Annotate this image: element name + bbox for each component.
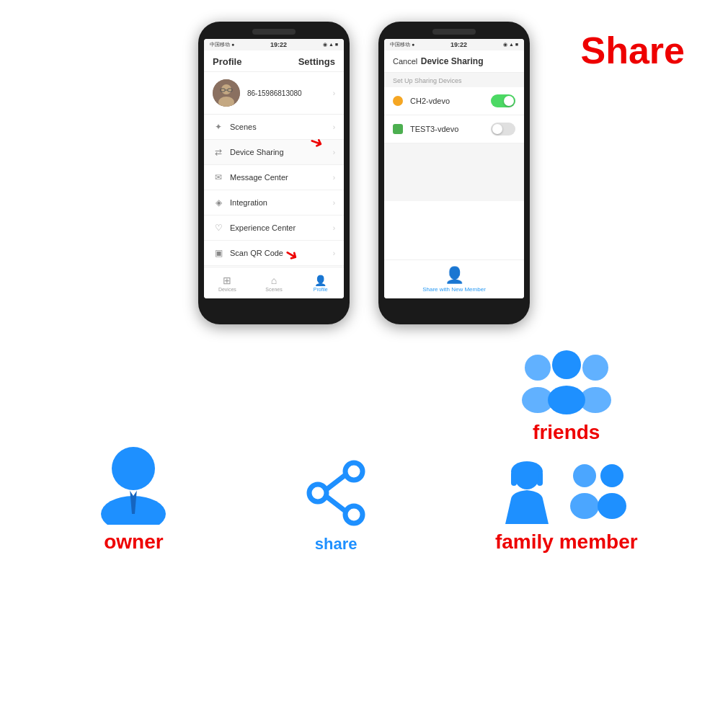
menu-device-sharing[interactable]: ⇄ Device Sharing ›	[204, 140, 344, 165]
grey-area	[384, 143, 524, 201]
integration-label: Integration	[230, 198, 333, 207]
share-title: Share	[580, 29, 685, 72]
phone-2-status-bar: 中国移动 ● 19:22 ◉ ▲ ■	[384, 39, 524, 50]
svg-point-25	[515, 465, 539, 489]
user-chevron: ›	[333, 89, 335, 97]
status-time-1: 19:22	[270, 41, 287, 48]
scenes-icon: ✦	[213, 121, 224, 133]
phone-1-status-bar: 中国移动 ● 19:22 ◉ ▲ ■	[204, 39, 344, 50]
sharing-header: Cancel Device Sharing	[384, 50, 524, 73]
device-row-ch2: CH2-vdevo	[384, 87, 524, 115]
share-new-icon: 👤	[445, 266, 464, 285]
qr-icon: ▣	[213, 247, 224, 259]
family-male-group-icon	[563, 456, 635, 528]
experience-label: Experience Center	[230, 223, 333, 232]
status-right-1: ◉ ▲ ■	[323, 42, 338, 48]
nav-scenes[interactable]: ⌂ Scenes	[251, 267, 298, 298]
svg-point-20	[552, 350, 581, 379]
bottom-section: owner share	[0, 332, 728, 575]
status-right-2: ◉ ▲ ■	[503, 42, 518, 48]
bottom-nav: ⊞ Devices ⌂ Scenes 👤 Profile	[204, 267, 344, 298]
phone-2: 中国移动 ● 19:22 ◉ ▲ ■ Cancel Device Sharing…	[378, 22, 530, 324]
scenes-nav-icon: ⌂	[271, 275, 277, 286]
device-sharing-label: Device Sharing	[230, 148, 333, 156]
phone-1: 中国移动 ● 19:22 ◉ ▲ ■ Profile Settings	[198, 22, 350, 324]
menu-integration[interactable]: ◈ Integration ›	[204, 190, 344, 216]
svg-line-14	[327, 475, 345, 489]
share-new-label: Share with New Member	[422, 286, 486, 293]
device-sharing-title: Device Sharing	[421, 56, 484, 66]
family-group: family member	[495, 456, 638, 554]
devices-nav-label: Devices	[218, 287, 236, 292]
avatar	[213, 79, 240, 107]
family-female-icon	[498, 456, 556, 528]
svg-point-11	[345, 463, 363, 480]
qr-label: Scan QR Code	[230, 249, 333, 257]
share-label: share	[315, 535, 358, 554]
devices-nav-icon: ⊞	[223, 275, 231, 286]
svg-point-29	[598, 493, 626, 519]
menu-experience-center[interactable]: ♡ Experience Center ›	[204, 216, 344, 241]
share-new-member[interactable]: 👤 Share with New Member	[384, 259, 524, 298]
share-icon	[300, 457, 372, 529]
status-time-2: 19:22	[450, 41, 467, 48]
svg-point-21	[548, 386, 585, 414]
scenes-nav-label: Scenes	[265, 287, 282, 292]
phone-2-screen: 中国移动 ● 19:22 ◉ ▲ ■ Cancel Device Sharing…	[384, 39, 524, 298]
svg-point-1	[221, 84, 231, 94]
profile-label: Profile	[213, 56, 241, 67]
svg-point-18	[582, 355, 608, 381]
owner-label: owner	[104, 531, 163, 554]
integration-icon: ◈	[213, 197, 224, 208]
nav-devices[interactable]: ⊞ Devices	[204, 267, 251, 298]
family-label: family member	[495, 531, 638, 554]
menu-scenes[interactable]: ✦ Scenes ›	[204, 115, 344, 140]
message-center-label: Message Center	[230, 173, 333, 182]
profile-header: Profile Settings	[204, 50, 344, 72]
profile-nav-label: Profile	[314, 287, 328, 292]
settings-label: Settings	[298, 56, 335, 67]
share-icon-group: share	[300, 457, 372, 554]
status-left-1: 中国移动 ●	[210, 41, 234, 48]
device-dot-test3	[393, 124, 403, 134]
svg-point-10	[112, 447, 155, 490]
friends-icon	[509, 346, 624, 418]
owner-icon	[90, 431, 177, 525]
status-left-2: 中国移动 ●	[390, 41, 414, 48]
user-phone: 86-15986813080	[247, 89, 333, 97]
section-label: Set Up Sharing Devices	[384, 73, 524, 87]
svg-point-27	[570, 493, 599, 519]
device-dot-ch2	[393, 96, 403, 106]
top-section: Share 中国移动 ● 19:22 ◉ ▲ ■ Profile Setting…	[0, 0, 728, 324]
phone-1-screen: 中国移动 ● 19:22 ◉ ▲ ■ Profile Settings	[204, 39, 344, 298]
scenes-label: Scenes	[230, 123, 333, 131]
cancel-button[interactable]: Cancel	[393, 57, 417, 66]
profile-nav-icon: 👤	[314, 275, 327, 286]
toggle-test3[interactable]	[491, 123, 515, 136]
device-name-ch2: CH2-vdevo	[410, 97, 491, 105]
device-sharing-icon: ⇄	[213, 146, 224, 158]
menu-scan-qr[interactable]: ▣ Scan QR Code ›	[204, 241, 344, 266]
svg-line-15	[327, 497, 345, 511]
svg-point-13	[309, 484, 327, 502]
svg-point-28	[600, 464, 623, 487]
device-row-test3: TEST3-vdevo	[384, 115, 524, 143]
svg-point-16	[525, 355, 551, 381]
user-row: 86-15986813080 ›	[204, 72, 344, 115]
friends-group: friends	[509, 346, 624, 444]
right-group: friends	[495, 346, 638, 554]
menu-message-center[interactable]: ✉ Message Center ›	[204, 165, 344, 190]
friends-label: friends	[533, 421, 600, 444]
svg-point-26	[573, 464, 596, 487]
owner-group: owner	[90, 431, 177, 554]
nav-profile[interactable]: 👤 Profile	[297, 267, 344, 298]
device-name-test3: TEST3-vdevo	[410, 125, 491, 133]
experience-icon: ♡	[213, 222, 224, 234]
toggle-ch2[interactable]	[491, 94, 515, 107]
svg-point-12	[345, 506, 363, 523]
message-center-icon: ✉	[213, 172, 224, 183]
